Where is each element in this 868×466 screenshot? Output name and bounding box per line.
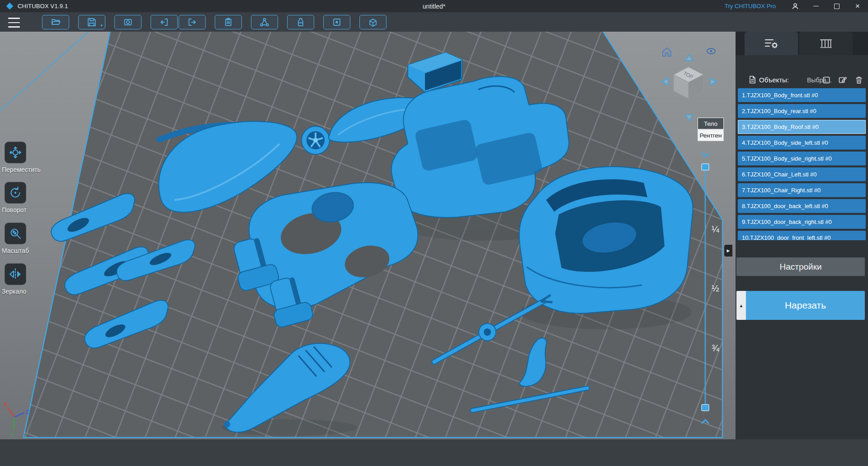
maximize-icon bbox=[834, 4, 840, 9]
model-part-body-rear-shell[interactable] bbox=[519, 166, 693, 313]
slider-label-quarter: ¼ bbox=[712, 224, 719, 234]
close-button[interactable]: ✕ bbox=[847, 0, 868, 12]
save-button[interactable]: ▾ bbox=[78, 15, 105, 29]
viewport-3d[interactable]: TOP ¼ ½ ¾ X Z Y bbox=[0, 32, 736, 439]
app-title: CHITUBOX V1.9.1 bbox=[18, 3, 68, 10]
tab-supports[interactable] bbox=[799, 32, 853, 55]
object-list-item[interactable]: 10.TJZX100_door_front_left.stl #0 bbox=[738, 231, 866, 240]
user-icon bbox=[792, 3, 799, 10]
slider-handle-bottom[interactable] bbox=[702, 404, 709, 411]
document-title: untitled* bbox=[423, 3, 446, 10]
close-icon: ✕ bbox=[855, 3, 860, 10]
user-account-button[interactable] bbox=[785, 0, 806, 12]
view-cube[interactable]: TOP bbox=[662, 55, 717, 121]
undo-button[interactable] bbox=[151, 15, 178, 29]
settings-list-icon bbox=[764, 38, 778, 49]
slice-expand-button[interactable]: ▲ bbox=[736, 291, 746, 320]
document-icon bbox=[749, 76, 756, 84]
model-part-wheel[interactable] bbox=[302, 126, 330, 154]
select-all-button[interactable] bbox=[821, 75, 831, 85]
object-list-item[interactable]: 8.TJZX100_door_back_left.stl #0 bbox=[738, 199, 866, 213]
object-list-item[interactable]: 7.TJZX100_Chair_Right.stl #0 bbox=[738, 183, 866, 197]
menu-button[interactable] bbox=[8, 17, 20, 29]
delete-button[interactable] bbox=[854, 75, 864, 85]
tool-rotate: Поворот bbox=[2, 182, 61, 214]
tool-mirror: Зеркало bbox=[2, 263, 61, 295]
chitubox-window: CHITUBOX V1.9.1 untitled* Try CHITUBOX P… bbox=[0, 0, 868, 466]
eye-view-button[interactable] bbox=[707, 48, 715, 54]
slice-button[interactable]: Нарезать bbox=[746, 291, 865, 320]
tool-move: Переместить bbox=[2, 142, 61, 173]
slider-chevron-down-icon[interactable] bbox=[702, 153, 709, 157]
view-mode-menu: Тело Рентген bbox=[698, 118, 724, 141]
object-list-item[interactable]: 4.TJZX100_Body_side_left.stl #0 bbox=[738, 136, 866, 150]
cube-arrow-down[interactable] bbox=[686, 115, 693, 121]
build-plate-button[interactable] bbox=[323, 15, 350, 29]
settings-button[interactable]: Настройки bbox=[736, 257, 865, 276]
axis-z-label: Z bbox=[26, 409, 29, 415]
maximize-button[interactable] bbox=[826, 0, 847, 12]
axis-x-label: X bbox=[4, 401, 8, 408]
arrow-out-right-icon bbox=[187, 17, 197, 27]
mirror-tool-label: Зеркало bbox=[2, 288, 61, 295]
minimize-button[interactable] bbox=[806, 0, 826, 12]
machine-button[interactable] bbox=[359, 15, 387, 29]
frame-square-icon bbox=[332, 17, 342, 27]
viewport-canvas[interactable]: TOP ¼ ½ ¾ X Z Y bbox=[0, 32, 736, 439]
resin-tank-button[interactable] bbox=[287, 15, 314, 29]
supports-button[interactable] bbox=[251, 15, 278, 29]
clipboard-icon bbox=[223, 17, 233, 27]
mirror-icon bbox=[9, 267, 22, 281]
object-list-item[interactable]: 5.TJZX100_Body_side_right.stl #0 bbox=[738, 152, 866, 166]
title-bar: CHITUBOX V1.9.1 untitled* Try CHITUBOX P… bbox=[0, 0, 868, 12]
tab-object-settings[interactable] bbox=[745, 32, 798, 55]
scale-tool-button[interactable] bbox=[5, 223, 26, 244]
rotate-tool-label: Поворот bbox=[2, 206, 61, 214]
view-mode-xray[interactable]: Рентген bbox=[698, 129, 724, 141]
object-list-item[interactable]: 9.TJZX100_door_back_right.stl #0 bbox=[738, 215, 866, 229]
home-view-button[interactable] bbox=[663, 48, 671, 56]
axis-y-label: Y bbox=[11, 432, 15, 438]
mirror-tool-button[interactable] bbox=[5, 263, 26, 285]
slider-handle-top[interactable] bbox=[702, 164, 709, 170]
arrow-in-left-icon bbox=[159, 17, 169, 27]
move-icon bbox=[9, 146, 22, 159]
view-mode-body[interactable]: Тело bbox=[698, 118, 724, 129]
rotate-icon bbox=[9, 186, 22, 200]
move-tool-button[interactable] bbox=[5, 142, 26, 163]
bottom-strip bbox=[0, 439, 868, 466]
copy-button[interactable] bbox=[215, 15, 242, 29]
select-square-icon bbox=[823, 76, 830, 84]
cube-arrow-left[interactable] bbox=[662, 78, 668, 85]
scale-tool-label: Масштаб bbox=[2, 247, 61, 254]
chevron-right-icon: ▶ bbox=[727, 248, 730, 253]
flask-icon bbox=[296, 17, 306, 27]
printer-box-icon bbox=[368, 17, 378, 27]
scale-icon bbox=[9, 227, 22, 240]
object-list-item[interactable]: 6.TJZX100_Chair_Left.stl #0 bbox=[738, 167, 866, 181]
object-list-item[interactable]: 2.TJZX100_Body_rear.stl #0 bbox=[738, 104, 866, 118]
rotate-tool-button[interactable] bbox=[5, 182, 26, 204]
panel-collapse-button[interactable]: ▶ bbox=[724, 245, 732, 257]
cube-arrow-right[interactable] bbox=[710, 78, 717, 85]
main-toolbar: ▾ bbox=[0, 12, 868, 32]
object-list: 1.TJZX100_Body_front.stl #0 2.TJZX100_Bo… bbox=[738, 88, 866, 240]
folder-open-icon bbox=[51, 17, 61, 27]
panel-tabstrip bbox=[736, 32, 868, 55]
objects-label: Объекты: bbox=[759, 76, 789, 84]
redo-button[interactable] bbox=[179, 15, 206, 29]
slider-label-threequarter: ¾ bbox=[712, 343, 719, 353]
save-dropdown-icon[interactable]: ▾ bbox=[100, 24, 103, 28]
edit-pencil-icon bbox=[839, 76, 847, 84]
trash-icon bbox=[856, 76, 862, 84]
right-panel: Объекты: Выбра... 1.TJZX100_Body_front.s… bbox=[736, 32, 868, 439]
object-list-item[interactable]: 1.TJZX100_Body_front.stl #0 bbox=[738, 88, 866, 102]
open-file-button[interactable] bbox=[42, 15, 69, 29]
capture-icon bbox=[123, 17, 133, 27]
edit-button[interactable] bbox=[838, 75, 848, 85]
try-pro-link[interactable]: Try CHITUBOX Pro bbox=[725, 3, 776, 10]
capture-button[interactable] bbox=[114, 15, 142, 29]
object-list-item[interactable]: 3.TJZX100_Body_Roof.stl #0 bbox=[738, 120, 866, 134]
cube-arrow-up[interactable] bbox=[686, 55, 693, 61]
slider-label-half: ½ bbox=[712, 283, 719, 293]
